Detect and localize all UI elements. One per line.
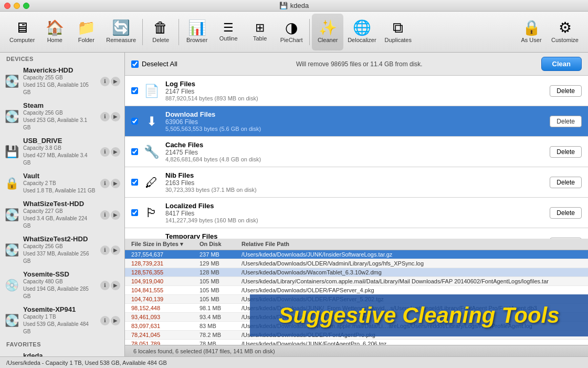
toolbar-browser[interactable]: 📊 Browser [181, 14, 213, 50]
log-files-delete-btn[interactable]: Delete [550, 85, 582, 97]
download-files-icon: ⬇ [143, 114, 160, 129]
category-temporary-files[interactable]: 📷 Temporary Files 587 Files 57,238,704 b… [125, 228, 588, 239]
sidebar-action-btn-usb[interactable]: ▶ [111, 147, 120, 157]
cache-files-delete-btn[interactable]: Delete [550, 146, 582, 158]
download-files-checkbox[interactable] [131, 118, 138, 125]
toolbar-piechart-label: PieChart [280, 37, 303, 43]
toolbar-remeasure[interactable]: 🔄 Remeasure [102, 14, 140, 50]
browser-icon: 📊 [188, 21, 206, 35]
favorites-header: FAVORITES [0, 338, 124, 349]
sidebar-item-steam[interactable]: 💽 Steam Capacity 256 GB Used 253 GB, Ava… [0, 99, 124, 134]
toolbar-delete-label: Delete [152, 37, 169, 43]
sidebar-item-mavericks-hdd[interactable]: 💽 Mavericks-HDD Capacity 255 GB Used 151… [0, 64, 124, 99]
file-categories: 📄 Log Files 2147 Files 887,920,514 bytes… [125, 76, 588, 239]
duplicates-icon: ⧉ [393, 21, 403, 35]
category-nib-files[interactable]: 🖊 Nib Files 2163 Files 30,723,393 bytes … [125, 167, 588, 198]
folder-icon: 📁 [77, 21, 96, 35]
app-icon: 💾 [279, 2, 288, 9]
zoom-button[interactable] [23, 3, 29, 9]
toolbar-delocalizer-label: Delocalizer [348, 37, 376, 43]
computer-icon: 🖥 [15, 21, 29, 35]
nib-files-icon: 🖊 [143, 175, 160, 190]
minimize-button[interactable] [14, 3, 20, 9]
toolbar-folder[interactable]: 📁 Folder [70, 14, 102, 50]
category-cache-files[interactable]: 🔧 Cache Files 21475 Files 4,826,681,684 … [125, 137, 588, 167]
traffic-lights[interactable] [4, 3, 29, 9]
whatsizetest2-icon: 💽 [4, 243, 19, 257]
delete-icon: 🗑 [153, 21, 168, 35]
log-files-checkbox[interactable] [131, 87, 138, 94]
category-localized-files[interactable]: 🏳 Localized Files 8417 Files 141,227,349… [125, 198, 588, 228]
sidebar-item-whatsizetest-hdd[interactable]: 💽 WhatSizeTest-HDD Capacity 227 GB Used … [0, 197, 124, 232]
toolbar-duplicates[interactable]: ⧉ Duplicates [381, 14, 416, 50]
sidebar-info-btn-mavericks[interactable]: ℹ [100, 77, 110, 86]
sidebar-action-btn-steam[interactable]: ▶ [111, 112, 120, 121]
sidebar-item-whatsizetest2-hdd[interactable]: 💽 WhatSizeTest2-HDD Capacity 256 GB Used… [0, 232, 124, 268]
sidebar-info-btn-steam[interactable]: ℹ [100, 112, 110, 121]
sidebar-action-btn-whatsizetest2[interactable]: ▶ [111, 246, 120, 255]
deselect-all-label: Deselect All [142, 60, 177, 68]
toolbar-table[interactable]: ⊞ Table [244, 14, 276, 50]
cleaner-icon: ✨ [319, 21, 337, 35]
toolbar-customize-label: Customize [551, 37, 579, 43]
toolbar-sep-2 [178, 19, 179, 45]
outline-icon: ☰ [223, 22, 234, 34]
toolbar-asuser[interactable]: 🔒 As User [516, 14, 547, 50]
toolbar-piechart[interactable]: ◑ PieChart [276, 14, 307, 50]
sidebar-item-yosemite-xp941[interactable]: 💽 Yosemite-XP941 Capacity 1 TB Used 539 … [0, 303, 124, 338]
sidebar-item-vault[interactable]: 🔒 Vault Capacity 2 TB Used 1.8 TB, Avail… [0, 169, 124, 197]
piechart-icon: ◑ [285, 21, 298, 35]
sidebar-action-btn-vault[interactable]: ▶ [111, 179, 120, 188]
clean-button[interactable]: Clean [541, 57, 582, 71]
sidebar-info-btn-whatsizetest2[interactable]: ℹ [100, 246, 110, 255]
home-icon: 🏠 [46, 21, 64, 35]
toolbar-delete[interactable]: 🗑 Delete [145, 14, 176, 50]
localized-files-checkbox[interactable] [131, 209, 138, 216]
localized-files-delete-btn[interactable]: Delete [550, 207, 582, 219]
table-row[interactable]: 78,051,789 78 MB /Users/kdeda/Downloads/… [125, 340, 588, 345]
table-row[interactable]: 237,554,637 237 MB /Users/kdeda/Download… [125, 250, 588, 259]
sidebar-action-btn-whatsizetest[interactable]: ▶ [111, 210, 120, 220]
category-log-files[interactable]: 📄 Log Files 2147 Files 887,920,514 bytes… [125, 76, 588, 106]
toolbar-cleaner[interactable]: ✨ Cleaner [312, 14, 343, 50]
category-download-files[interactable]: ⬇ Download Files 63906 Files 5,505,563,5… [125, 106, 588, 137]
sidebar-item-yosemite-ssd[interactable]: 💿 Yosemite-SSD Capacity 480 GB Used 194 … [0, 268, 124, 303]
will-remove-text: Will remove 98695 files or 11.4 GB from … [296, 60, 423, 68]
sidebar-action-btn-mavericks[interactable]: ▶ [111, 77, 120, 86]
download-files-delete-btn[interactable]: Delete [550, 116, 582, 127]
table-row[interactable]: 128,576,355 128 MB /Users/kdeda/Download… [125, 268, 588, 277]
col-bytes[interactable]: File Size in Bytes ▾ [131, 241, 200, 248]
cache-files-checkbox[interactable] [131, 148, 138, 155]
sidebar-action-btn-yosemite-ssd[interactable]: ▶ [111, 281, 120, 290]
bottom-status-text: /Users/kdeda - Capacity 1 TB, Used 538 G… [6, 360, 167, 366]
sidebar-info-btn-vault[interactable]: ℹ [100, 179, 110, 188]
toolbar: 🖥 Computer 🏠 Home 📁 Folder 🔄 Remeasure 🗑… [0, 12, 588, 53]
log-files-icon: 📄 [143, 84, 160, 98]
toolbar-outline[interactable]: ☰ Outline [213, 14, 244, 50]
sidebar-item-kdeda[interactable]: 👤 kdeda 103 GB on disk 1142191 Files, 20… [0, 349, 124, 356]
deselect-all-checkbox[interactable] [131, 60, 139, 68]
nib-files-delete-btn[interactable]: Delete [550, 177, 582, 188]
nib-files-checkbox[interactable] [131, 179, 138, 186]
yosemite-ssd-icon: 💿 [4, 279, 19, 292]
table-row[interactable]: 104,841,555 105 MB /Users/kdeda/Download… [125, 286, 588, 295]
toolbar-duplicates-label: Duplicates [385, 37, 412, 43]
sidebar-info-btn-whatsizetest[interactable]: ℹ [100, 210, 110, 220]
sidebar-info-btn-yosemite-xp941[interactable]: ℹ [100, 316, 110, 325]
status-bar-left-text: 6 locales found, 6 selected (8417 files,… [131, 348, 582, 354]
table-row[interactable]: 128,739,231 129 MB /Users/kdeda/Download… [125, 259, 588, 268]
toolbar-home[interactable]: 🏠 Home [39, 14, 70, 50]
col-path[interactable]: Relative File Path [242, 241, 582, 248]
sidebar-info-btn-yosemite-ssd[interactable]: ℹ [100, 281, 110, 290]
sidebar-info-btn-usb[interactable]: ℹ [100, 147, 110, 157]
toolbar-delocalizer[interactable]: 🌐 Delocalizer [343, 14, 380, 50]
sidebar-action-btn-yosemite-xp941[interactable]: ▶ [111, 316, 120, 325]
window-title: 💾 kdeda [279, 2, 309, 9]
table-row[interactable]: 104,919,040 105 MB /Users/kdeda/Library/… [125, 277, 588, 286]
toolbar-customize[interactable]: ⚙ Customize [547, 14, 583, 50]
toolbar-computer-label: Computer [9, 37, 35, 43]
sidebar-item-usb-drive[interactable]: 💾 USB_DRIVE Capacity 3.8 GB Used 427 MB,… [0, 134, 124, 169]
close-button[interactable] [4, 3, 10, 9]
col-disk[interactable]: On Disk [200, 241, 242, 248]
toolbar-computer[interactable]: 🖥 Computer [5, 14, 39, 50]
